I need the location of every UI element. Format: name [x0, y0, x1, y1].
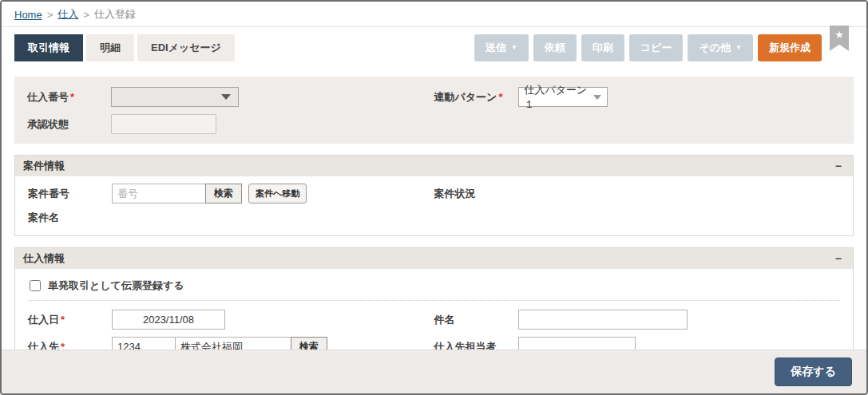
- breadcrumb-current: 仕入登録: [94, 7, 136, 22]
- breadcrumb-home-link[interactable]: Home: [14, 9, 42, 21]
- tab-bar: 取引情報 明細 EDIメッセージ: [14, 34, 235, 61]
- breadcrumb-shiire-link[interactable]: 仕入: [57, 7, 78, 22]
- supplier-contact-input[interactable]: [518, 337, 636, 350]
- project-number-label: 案件番号: [28, 187, 112, 201]
- single-transaction-row: 単発取引として伝票登録する: [28, 276, 840, 300]
- project-name-label: 案件名: [28, 211, 112, 225]
- required-mark: *: [61, 341, 65, 350]
- purchase-info-section: 仕入情報 − 単発取引として伝票登録する 仕入日* 件名: [14, 247, 854, 350]
- single-transaction-checkbox[interactable]: [30, 280, 41, 291]
- project-info-title: 案件情報: [23, 159, 65, 173]
- general-panel: 仕入番号* 連動パターン* 仕入パターン１ 承認状態: [14, 77, 854, 144]
- breadcrumb-separator: >: [83, 9, 89, 21]
- project-number-input[interactable]: [112, 184, 206, 203]
- purchase-number-select[interactable]: [111, 87, 239, 107]
- required-mark: *: [61, 314, 65, 326]
- link-pattern-label: 連動パターン*: [434, 90, 518, 105]
- create-new-button[interactable]: 新規作成: [758, 34, 822, 61]
- chevron-down-icon: [221, 94, 231, 100]
- purchase-date-label: 仕入日*: [28, 313, 112, 327]
- save-button[interactable]: 保存する: [775, 357, 852, 386]
- copy-button[interactable]: コピー: [629, 34, 684, 61]
- breadcrumb: Home > 仕入 > 仕入登録: [2, 2, 866, 27]
- main-content: 仕入番号* 連動パターン* 仕入パターン１ 承認状態: [2, 61, 866, 350]
- collapse-minus-icon[interactable]: −: [832, 252, 845, 265]
- action-buttons: 送信▼ 依頼 印刷 コピー その他▼ 新規作成: [474, 34, 822, 61]
- breadcrumb-separator: >: [47, 9, 54, 21]
- project-status-label: 案件状況: [434, 187, 518, 201]
- subject-label: 件名: [434, 313, 518, 327]
- purchase-info-title: 仕入情報: [23, 251, 65, 266]
- purchase-date-input[interactable]: [112, 310, 225, 330]
- chevron-down-icon: ▼: [511, 45, 517, 51]
- footer-bar: 保存する: [2, 350, 866, 393]
- other-button[interactable]: その他▼: [688, 34, 753, 61]
- single-transaction-label: 単発取引として伝票登録する: [48, 278, 184, 293]
- purchase-info-header: 仕入情報 −: [15, 248, 853, 269]
- app-window: Home > 仕入 > 仕入登録 取引情報 明細 EDIメッセージ 送信▼ 依頼…: [0, 0, 868, 395]
- toolbar: 取引情報 明細 EDIメッセージ 送信▼ 依頼 印刷 コピー その他▼ 新規作成: [2, 27, 866, 61]
- tab-transaction-info[interactable]: 取引情報: [14, 34, 83, 61]
- project-info-header: 案件情報 −: [15, 156, 853, 176]
- purchase-number-label: 仕入番号*: [27, 90, 111, 105]
- goto-project-button[interactable]: 案件へ移動: [248, 184, 307, 203]
- link-pattern-select[interactable]: 仕入パターン１: [518, 87, 608, 107]
- approval-status-label: 承認状態: [27, 117, 111, 132]
- supplier-label: 仕入先*: [28, 340, 112, 350]
- subject-input[interactable]: [518, 310, 688, 330]
- send-button[interactable]: 送信▼: [474, 34, 529, 61]
- project-search-button[interactable]: 検索: [205, 184, 242, 203]
- project-info-section: 案件情報 − 案件番号 検索 案件へ移動 案件状況: [14, 155, 854, 236]
- supplier-search-button[interactable]: 検索: [291, 337, 327, 350]
- required-mark: *: [70, 91, 74, 103]
- chevron-down-icon: [593, 95, 601, 100]
- supplier-code-input[interactable]: [112, 337, 176, 350]
- approval-status-field: [111, 114, 216, 134]
- dotted-divider: [28, 300, 840, 301]
- request-button[interactable]: 依頼: [533, 34, 577, 61]
- supplier-contact-label: 仕入先担当者: [434, 340, 518, 350]
- tab-details[interactable]: 明細: [86, 34, 134, 61]
- tab-edi-message[interactable]: EDIメッセージ: [137, 34, 235, 61]
- print-button[interactable]: 印刷: [581, 34, 624, 61]
- collapse-minus-icon[interactable]: −: [832, 160, 845, 172]
- supplier-name-input[interactable]: [175, 337, 291, 350]
- chevron-down-icon: ▼: [735, 45, 742, 51]
- required-mark: *: [498, 91, 502, 103]
